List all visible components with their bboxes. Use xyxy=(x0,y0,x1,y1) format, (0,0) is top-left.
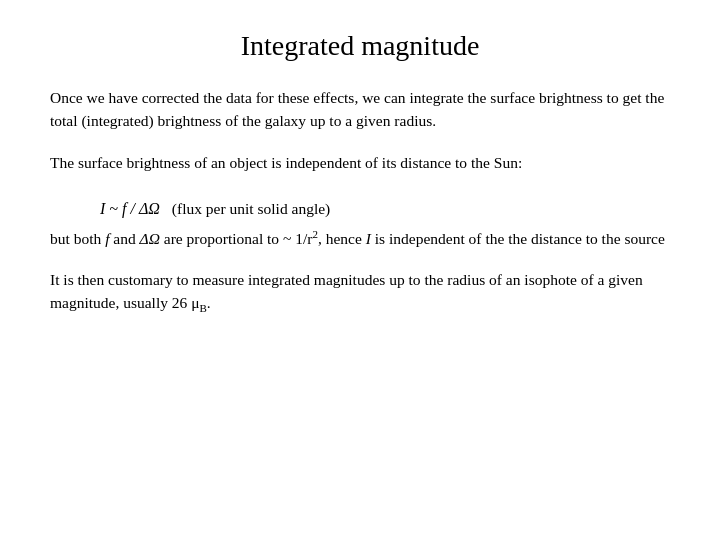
paragraph-3: but both f and ΔΩ are proportional to ~ … xyxy=(50,226,670,250)
formula-note: (flux per unit solid angle) xyxy=(172,200,330,218)
page-container: Integrated magnitude Once we have correc… xyxy=(0,0,720,540)
paragraph-2: The surface brightness of an object is i… xyxy=(50,151,670,174)
formula-line: I ~ f / ΔΩ (flux per unit solid angle) xyxy=(100,200,670,218)
page-title: Integrated magnitude xyxy=(50,30,670,62)
formula-expression: I ~ f / ΔΩ xyxy=(100,200,160,218)
paragraph-4: It is then customary to measure integrat… xyxy=(50,268,670,317)
paragraph-1: Once we have corrected the data for thes… xyxy=(50,86,670,133)
